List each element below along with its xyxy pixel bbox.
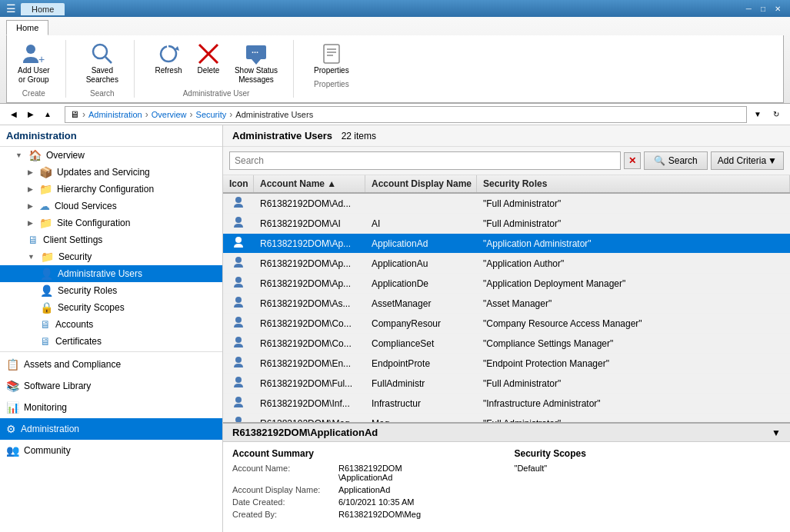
grid-col-account-name[interactable]: Account Name ▲ <box>254 175 365 192</box>
sidebar-section-monitoring[interactable]: 📊 Monitoring <box>0 397 222 418</box>
saved-searches-button[interactable]: SavedSearches <box>82 40 123 86</box>
table-row[interactable]: R61382192DOM\Ad... "Full Administrator" <box>223 194 790 214</box>
sidebar-item-cloud[interactable]: ▶ ☁ Cloud Services <box>0 198 222 214</box>
grid-cell-icon <box>223 374 254 393</box>
table-row[interactable]: R61382192DOM\Inf... Infrastructur "Infra… <box>223 394 790 414</box>
up-button[interactable]: ▲ <box>40 107 55 122</box>
breadcrumb-security[interactable]: Security <box>196 110 227 119</box>
sidebar-item-label-overview: Overview <box>46 150 85 161</box>
grid-cell-icon <box>223 234 254 253</box>
grid-cell-account-name: R61382192DOM\Ap... <box>254 276 365 291</box>
breadcrumb-dropdown[interactable]: ▼ <box>750 107 765 122</box>
grid-cell-display-name: ComplianceSet <box>365 336 477 351</box>
sidebar-item-site-config[interactable]: ▶ 📁 Site Configuration <box>0 214 222 231</box>
community-icon: 👥 <box>6 444 19 457</box>
breadcrumb-current: Administrative Users <box>235 110 313 119</box>
grid-cell-display-name <box>365 201 477 206</box>
breadcrumb-overview[interactable]: Overview <box>152 110 187 119</box>
grid-col-icon[interactable]: Icon <box>223 175 254 192</box>
delete-button[interactable]: Delete <box>190 40 227 86</box>
breadcrumb-sep-3: › <box>229 109 232 120</box>
search-clear-button[interactable]: ✕ <box>624 152 641 169</box>
show-status-button[interactable]: ··· Show StatusMessages <box>230 40 282 86</box>
properties-icon <box>319 42 344 66</box>
ribbon-tab-home[interactable]: Home <box>6 20 48 35</box>
table-row[interactable]: R61382192DOM\Ap... ApplicationAu "Applic… <box>223 254 790 274</box>
sidebar-section-assets-label: Assets and Compliance <box>24 359 121 370</box>
maximize-button[interactable]: □ <box>758 4 768 14</box>
expand-icon: ▶ <box>28 185 33 193</box>
breadcrumb-admin[interactable]: Administration <box>88 110 142 119</box>
detail-collapse-button[interactable]: ▼ <box>772 427 781 438</box>
svg-point-18 <box>235 277 242 283</box>
search-input[interactable] <box>229 151 621 170</box>
properties-button[interactable]: Properties <box>309 40 354 77</box>
search-bar: ✕ 🔍 Search Add Criteria ▼ <box>223 147 790 175</box>
content-title: Administrative Users <box>232 130 332 141</box>
user-icon <box>232 338 245 351</box>
sidebar-section-software-label: Software Library <box>24 381 91 391</box>
forward-button[interactable]: ▶ <box>23 107 38 122</box>
ribbon-group-admin-user-items: Refresh Delete <box>150 40 282 86</box>
sidebar-section-assets[interactable]: 📋 Assets and Compliance <box>0 354 222 375</box>
home-tab[interactable]: Home <box>21 3 65 15</box>
sidebar-item-security-scopes[interactable]: 🔒 Security Scopes <box>0 299 222 316</box>
close-button[interactable]: ✕ <box>772 4 784 14</box>
sidebar-item-accounts[interactable]: 🖥 Accounts <box>0 316 222 333</box>
table-row[interactable]: R61382192DOM\Ap... ApplicationDe "Applic… <box>223 274 790 294</box>
refresh-label: Refresh <box>155 66 182 75</box>
svg-point-14 <box>235 197 242 203</box>
overview-icon: 🏠 <box>28 149 42 161</box>
sidebar-item-client-settings[interactable]: 🖥 Client Settings <box>0 231 222 248</box>
sidebar-section-administration[interactable]: ⚙ Administration <box>0 418 222 440</box>
table-row[interactable]: R61382192DOM\En... EndpointProte "Endpoi… <box>223 354 790 374</box>
grid-cell-roles: "Asset Manager" <box>477 296 790 311</box>
detail-security-scopes: Security Scopes "Default" <box>515 448 782 532</box>
table-row[interactable]: R61382192DOM\Ful... FullAdministr "Full … <box>223 374 790 394</box>
sidebar-item-certificates[interactable]: 🖥 Certificates <box>0 333 222 350</box>
certificates-icon: 🖥 <box>40 335 51 347</box>
grid-col-display-name[interactable]: Account Display Name <box>365 175 477 192</box>
refresh-button[interactable]: Refresh <box>150 40 187 86</box>
grid-cell-account-name: R61382192DOM\Meg <box>254 416 365 423</box>
table-row[interactable]: R61382192DOM\AI AI "Full Administrator" <box>223 214 790 234</box>
sidebar-item-updates[interactable]: ▶ 📦 Updates and Servicing <box>0 164 222 181</box>
sidebar-item-security-roles[interactable]: 👤 Security Roles <box>0 282 222 299</box>
sidebar-item-admin-users[interactable]: 👤 Administrative Users <box>0 265 222 282</box>
detail-account-summary-title: Account Summary <box>232 448 499 459</box>
app-menu-icon[interactable]: ☰ <box>6 2 16 15</box>
search-button[interactable]: 🔍 Search <box>644 151 708 170</box>
user-icon <box>232 318 245 331</box>
table-row[interactable]: R61382192DOM\Meg Meg "Full Administrator… <box>223 414 790 422</box>
detail-field-display-name: Account Display Name: ApplicationAd <box>232 485 499 494</box>
sidebar-section-software[interactable]: 📚 Software Library <box>0 375 222 397</box>
svg-point-16 <box>235 237 242 243</box>
main-layout: Administration ▼ 🏠 Overview ▶ 📦 Updates … <box>0 125 790 532</box>
table-row[interactable]: R61382192DOM\Ap... ApplicationAd "Applic… <box>223 234 790 254</box>
breadcrumb-bar: ◀ ▶ ▲ 🖥 › Administration › Overview › Se… <box>0 104 790 125</box>
back-button[interactable]: ◀ <box>6 107 22 122</box>
ribbon-group-search-items: SavedSearches <box>82 40 123 86</box>
sidebar-item-hierarchy[interactable]: ▶ 📁 Hierarchy Configuration <box>0 181 222 198</box>
add-criteria-button[interactable]: Add Criteria ▼ <box>711 151 784 170</box>
sidebar-section-administration-label: Administration <box>21 424 79 434</box>
add-criteria-label: Add Criteria <box>718 155 766 166</box>
grid-cell-roles: "Application Administrator" <box>477 236 790 251</box>
grid-cell-roles: "Application Author" <box>477 256 790 271</box>
sidebar-item-label-security-scopes: Security Scopes <box>58 302 125 313</box>
cloud-icon: ☁ <box>39 200 50 212</box>
add-user-group-button[interactable]: + Add Useror Group <box>13 40 55 86</box>
breadcrumb-refresh[interactable]: ↻ <box>768 107 784 122</box>
minimize-button[interactable]: ─ <box>743 4 755 14</box>
table-row[interactable]: R61382192DOM\Co... CompanyResour "Compan… <box>223 314 790 334</box>
grid-cell-icon <box>223 414 254 422</box>
table-row[interactable]: R61382192DOM\As... AssetManager "Asset M… <box>223 294 790 314</box>
table-row[interactable]: R61382192DOM\Co... ComplianceSet "Compli… <box>223 334 790 354</box>
sidebar-item-overview[interactable]: ▼ 🏠 Overview <box>0 147 222 164</box>
sidebar-section-community[interactable]: 👥 Community <box>0 440 222 461</box>
sidebar-item-security[interactable]: ▼ 📁 Security <box>0 248 222 265</box>
grid-col-roles[interactable]: Security Roles <box>477 175 790 192</box>
detail-field-created-by: Created By: R61382192DOM\Meg <box>232 510 499 519</box>
assets-icon: 📋 <box>6 358 19 371</box>
detail-scope-value-row: "Default" <box>515 464 782 473</box>
